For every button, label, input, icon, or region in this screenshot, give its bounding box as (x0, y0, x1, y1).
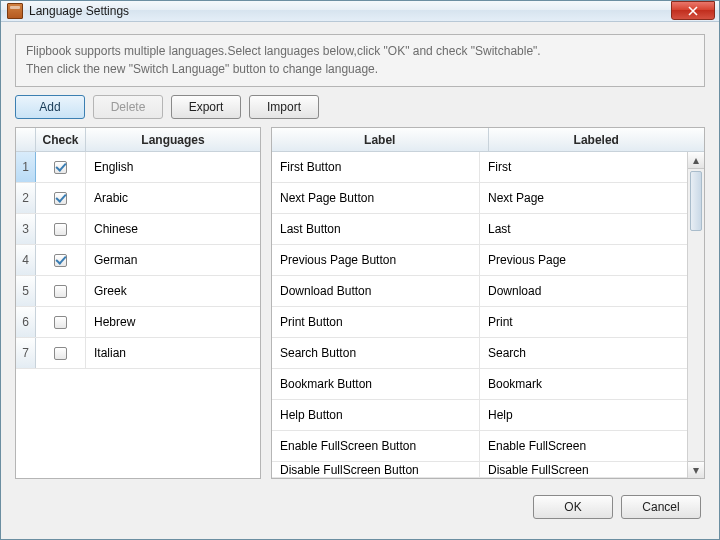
language-cell[interactable]: German (86, 245, 260, 275)
labeled-cell[interactable]: Disable FullScreen (480, 462, 687, 477)
check-cell[interactable] (36, 214, 86, 244)
info-line-2: Then click the new "Switch Language" but… (26, 61, 694, 78)
table-row[interactable]: Bookmark ButtonBookmark (272, 369, 687, 400)
close-button[interactable] (671, 1, 715, 20)
languages-table: Check Languages 1English2Arabic3Chinese4… (15, 127, 261, 479)
table-row[interactable]: Last ButtonLast (272, 214, 687, 245)
header-row-number (16, 128, 36, 151)
check-cell[interactable] (36, 276, 86, 306)
checkbox[interactable] (54, 347, 67, 360)
add-button[interactable]: Add (15, 95, 85, 119)
labeled-cell[interactable]: Previous Page (480, 245, 687, 275)
info-box: Flipbook supports multiple languages.Sel… (15, 34, 705, 87)
checkbox[interactable] (54, 316, 67, 329)
table-row[interactable]: Download ButtonDownload (272, 276, 687, 307)
table-row[interactable]: Help ButtonHelp (272, 400, 687, 431)
table-row[interactable]: Search ButtonSearch (272, 338, 687, 369)
table-row[interactable]: Next Page ButtonNext Page (272, 183, 687, 214)
table-row[interactable]: 7Italian (16, 338, 260, 369)
languages-body: 1English2Arabic3Chinese4German5Greek6Heb… (16, 152, 260, 478)
language-settings-window: Language Settings Flipbook supports mult… (0, 0, 720, 540)
checkbox[interactable] (54, 161, 67, 174)
table-row[interactable]: 4German (16, 245, 260, 276)
table-row[interactable]: 5Greek (16, 276, 260, 307)
cancel-button[interactable]: Cancel (621, 495, 701, 519)
language-cell[interactable]: Hebrew (86, 307, 260, 337)
toolbar: Add Delete Export Import (15, 95, 705, 119)
footer: OK Cancel (15, 487, 705, 527)
check-cell[interactable] (36, 338, 86, 368)
checkbox[interactable] (54, 192, 67, 205)
language-cell[interactable]: Italian (86, 338, 260, 368)
table-row[interactable]: 6Hebrew (16, 307, 260, 338)
scroll-thumb[interactable] (690, 171, 702, 231)
row-number: 4 (16, 245, 36, 275)
checkbox[interactable] (54, 223, 67, 236)
labels-body: First ButtonFirstNext Page ButtonNext Pa… (272, 152, 704, 478)
languages-header: Check Languages (16, 128, 260, 152)
header-labeled[interactable]: Labeled (489, 128, 705, 151)
label-cell[interactable]: Bookmark Button (272, 369, 480, 399)
table-row[interactable]: 1English (16, 152, 260, 183)
table-row[interactable]: 3Chinese (16, 214, 260, 245)
label-cell[interactable]: Disable FullScreen Button (272, 462, 480, 477)
labeled-cell[interactable]: Next Page (480, 183, 687, 213)
import-button[interactable]: Import (249, 95, 319, 119)
export-button[interactable]: Export (171, 95, 241, 119)
label-cell[interactable]: Enable FullScreen Button (272, 431, 480, 461)
check-cell[interactable] (36, 183, 86, 213)
label-cell[interactable]: Next Page Button (272, 183, 480, 213)
check-cell[interactable] (36, 245, 86, 275)
table-row[interactable]: First ButtonFirst (272, 152, 687, 183)
labeled-cell[interactable]: Bookmark (480, 369, 687, 399)
client-area: Flipbook supports multiple languages.Sel… (1, 22, 719, 539)
table-row[interactable]: Print ButtonPrint (272, 307, 687, 338)
checkbox[interactable] (54, 285, 67, 298)
labels-scrollbar[interactable]: ▴ ▾ (687, 152, 704, 478)
label-cell[interactable]: Search Button (272, 338, 480, 368)
labeled-cell[interactable]: Print (480, 307, 687, 337)
row-number: 7 (16, 338, 36, 368)
labeled-cell[interactable]: Enable FullScreen (480, 431, 687, 461)
check-cell[interactable] (36, 307, 86, 337)
table-row[interactable]: Previous Page ButtonPrevious Page (272, 245, 687, 276)
labeled-cell[interactable]: Search (480, 338, 687, 368)
labels-table: Label Labeled First ButtonFirstNext Page… (271, 127, 705, 479)
app-icon (7, 3, 23, 19)
table-row[interactable]: Disable FullScreen ButtonDisable FullScr… (272, 462, 687, 478)
language-cell[interactable]: English (86, 152, 260, 182)
label-cell[interactable]: Download Button (272, 276, 480, 306)
label-cell[interactable]: Help Button (272, 400, 480, 430)
label-cell[interactable]: Previous Page Button (272, 245, 480, 275)
header-label[interactable]: Label (272, 128, 489, 151)
header-check[interactable]: Check (36, 128, 86, 151)
language-cell[interactable]: Chinese (86, 214, 260, 244)
delete-button[interactable]: Delete (93, 95, 163, 119)
labeled-cell[interactable]: Last (480, 214, 687, 244)
language-cell[interactable]: Greek (86, 276, 260, 306)
language-cell[interactable]: Arabic (86, 183, 260, 213)
scroll-up-icon[interactable]: ▴ (688, 152, 704, 169)
label-cell[interactable]: First Button (272, 152, 480, 182)
labeled-cell[interactable]: Download (480, 276, 687, 306)
close-icon (688, 6, 698, 16)
tables-area: Check Languages 1English2Arabic3Chinese4… (15, 127, 705, 479)
labels-header: Label Labeled (272, 128, 704, 152)
header-languages[interactable]: Languages (86, 128, 260, 151)
scroll-down-icon[interactable]: ▾ (688, 461, 704, 478)
checkbox[interactable] (54, 254, 67, 267)
info-line-1: Flipbook supports multiple languages.Sel… (26, 43, 694, 60)
row-number: 3 (16, 214, 36, 244)
table-row[interactable]: 2Arabic (16, 183, 260, 214)
label-cell[interactable]: Print Button (272, 307, 480, 337)
row-number: 1 (16, 152, 36, 182)
table-row[interactable]: Enable FullScreen ButtonEnable FullScree… (272, 431, 687, 462)
label-cell[interactable]: Last Button (272, 214, 480, 244)
row-number: 5 (16, 276, 36, 306)
labeled-cell[interactable]: First (480, 152, 687, 182)
window-title: Language Settings (29, 4, 129, 18)
ok-button[interactable]: OK (533, 495, 613, 519)
scroll-track[interactable] (688, 169, 704, 461)
check-cell[interactable] (36, 152, 86, 182)
labeled-cell[interactable]: Help (480, 400, 687, 430)
